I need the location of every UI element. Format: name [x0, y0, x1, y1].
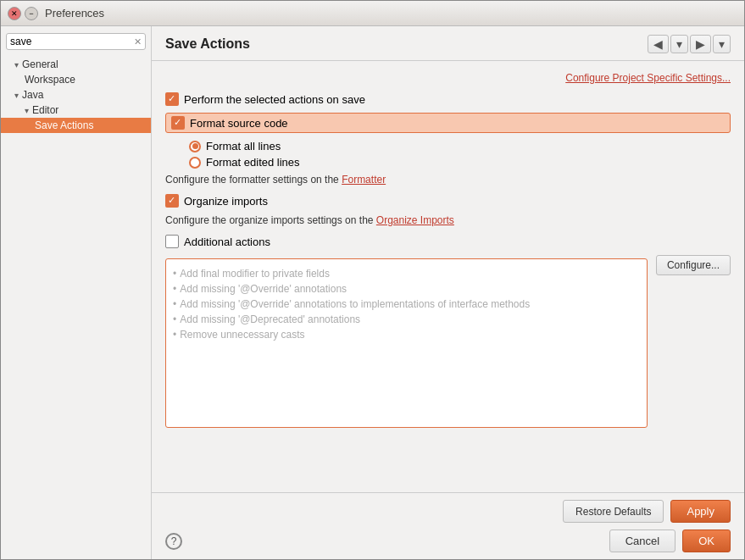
format-source-row: Format source code — [165, 113, 731, 133]
list-item: Remove unnecessary casts — [173, 327, 640, 342]
config-project-link[interactable]: Configure Project Specific Settings... — [565, 72, 731, 84]
list-item: Add missing '@Override' annotations to i… — [173, 297, 640, 312]
window-title: Preferences — [45, 7, 104, 19]
content-area: ✕ ▾ General Workspace ▾ Java ▾ Editor Sa… — [1, 26, 744, 559]
sidebar-item-label: Workspace — [25, 74, 75, 86]
sidebar-item-label: Java — [22, 89, 43, 101]
arrow-icon: ▾ — [14, 91, 19, 100]
forward-button[interactable]: ▶ — [690, 35, 711, 53]
config-link-row: Configure Project Specific Settings... — [165, 71, 731, 84]
perform-on-save-row: Perform the selected actions on save — [165, 92, 731, 106]
ok-button[interactable]: OK — [682, 530, 731, 552]
sidebar-item-label: Save Actions — [35, 119, 93, 131]
close-button[interactable]: ✕ — [8, 7, 21, 20]
additional-box: Add final modifier to private fields Add… — [165, 258, 648, 428]
formatter-description: Configure the formatter settings on the — [165, 174, 339, 186]
back-button[interactable]: ◀ — [648, 35, 669, 53]
search-input[interactable] — [10, 36, 134, 47]
sidebar: ✕ ▾ General Workspace ▾ Java ▾ Editor Sa… — [1, 26, 152, 559]
organize-imports-text-row: Configure the organize imports settings … — [165, 214, 731, 226]
format-edited-lines-radio[interactable] — [189, 157, 201, 169]
format-all-lines-radio[interactable] — [189, 141, 201, 152]
footer-bottom: ? Cancel OK — [165, 530, 731, 552]
restore-defaults-button[interactable]: Restore Defaults — [563, 500, 664, 523]
footer-actions: Restore Defaults Apply — [165, 500, 731, 523]
organize-imports-link[interactable]: Organize Imports — [376, 214, 454, 226]
format-source-label: Format source code — [190, 117, 288, 130]
list-item: Add final modifier to private fields — [173, 266, 640, 281]
format-all-lines-row: Format all lines — [189, 140, 731, 152]
list-item: Add missing '@Deprecated' annotations — [173, 312, 640, 327]
additional-actions-row: Additional actions — [165, 235, 731, 248]
formatter-link[interactable]: Formatter — [342, 174, 386, 186]
additional-area: Add final modifier to private fields Add… — [165, 255, 731, 428]
ok-cancel-buttons: Cancel OK — [609, 530, 731, 552]
sidebar-item-label: Editor — [32, 104, 58, 116]
nav-buttons: ◀ ▾ ▶ ▾ — [648, 35, 731, 53]
configure-btn-container: Configure... — [656, 255, 731, 275]
format-source-checkbox[interactable] — [171, 116, 185, 130]
organize-imports-description: Configure the organize imports settings … — [165, 214, 373, 226]
format-edited-lines-row: Format edited lines — [189, 156, 731, 169]
organize-imports-row: Organize imports — [165, 194, 731, 208]
format-edited-lines-label: Format edited lines — [206, 156, 300, 169]
sidebar-item-java[interactable]: ▾ Java — [1, 87, 151, 103]
main-body: Configure Project Specific Settings... P… — [152, 61, 744, 492]
perform-on-save-checkbox[interactable] — [165, 92, 179, 106]
perform-on-save-label: Perform the selected actions on save — [184, 93, 365, 106]
preferences-window: ✕ − Preferences ✕ ▾ General Workspace ▾ … — [0, 0, 745, 560]
sidebar-item-workspace[interactable]: Workspace — [1, 72, 151, 87]
format-all-lines-label: Format all lines — [206, 140, 281, 152]
back-dropdown[interactable]: ▾ — [670, 35, 688, 53]
organize-imports-checkbox[interactable] — [165, 194, 179, 208]
sidebar-item-general[interactable]: ▾ General — [1, 57, 151, 72]
footer: Restore Defaults Apply ? Cancel OK — [152, 492, 744, 559]
window-controls: ✕ − — [8, 7, 38, 20]
search-clear-icon[interactable]: ✕ — [134, 36, 142, 47]
sidebar-item-save-actions[interactable]: Save Actions — [1, 118, 151, 133]
additional-list-container: Add final modifier to private fields Add… — [165, 255, 648, 428]
page-title: Save Actions — [165, 36, 250, 52]
sidebar-item-label: General — [22, 58, 58, 70]
arrow-icon: ▾ — [25, 106, 29, 115]
additional-list: Add final modifier to private fields Add… — [173, 266, 640, 342]
forward-dropdown[interactable]: ▾ — [713, 35, 731, 53]
arrow-icon: ▾ — [14, 60, 19, 69]
apply-button[interactable]: Apply — [670, 500, 731, 523]
minimize-button[interactable]: − — [25, 7, 38, 20]
formatter-text-row: Configure the formatter settings on the … — [165, 174, 731, 186]
main-panel: Save Actions ◀ ▾ ▶ ▾ Configure Project S… — [152, 26, 744, 559]
additional-actions-label: Additional actions — [184, 236, 270, 248]
additional-actions-checkbox[interactable] — [165, 235, 179, 248]
help-button[interactable]: ? — [165, 533, 182, 550]
titlebar: ✕ − Preferences — [1, 1, 744, 26]
cancel-button[interactable]: Cancel — [609, 530, 676, 552]
configure-button[interactable]: Configure... — [656, 255, 731, 275]
sidebar-item-editor[interactable]: ▾ Editor — [1, 103, 151, 118]
search-box[interactable]: ✕ — [6, 33, 146, 50]
list-item: Add missing '@Override' annotations — [173, 281, 640, 297]
main-header: Save Actions ◀ ▾ ▶ ▾ — [152, 26, 744, 61]
organize-imports-label: Organize imports — [184, 195, 268, 208]
format-radio-group: Format all lines Format edited lines — [189, 140, 731, 169]
